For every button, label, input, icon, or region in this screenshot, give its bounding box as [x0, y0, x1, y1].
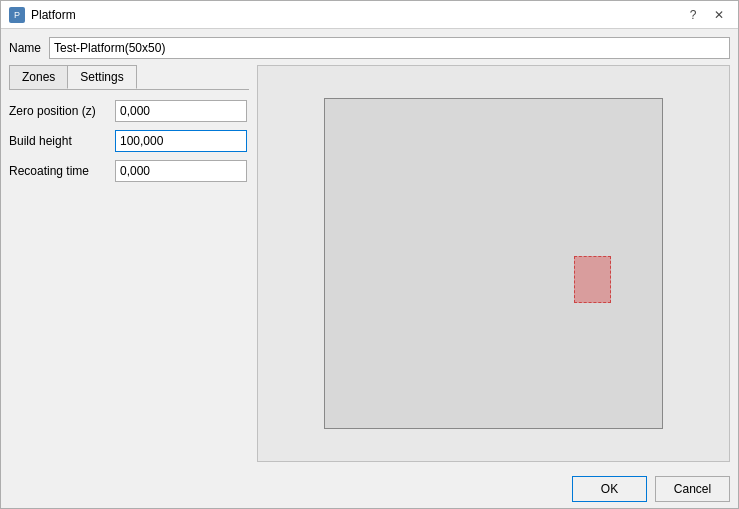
dialog-footer: OK Cancel [1, 470, 738, 508]
dialog-content: Name Zones Settings Zero p [1, 29, 738, 470]
window-title: Platform [31, 8, 76, 22]
close-button[interactable]: ✕ [708, 5, 730, 25]
title-bar: P Platform ? ✕ [1, 1, 738, 29]
name-input[interactable] [49, 37, 730, 59]
zero-position-label: Zero position (z) [9, 104, 107, 118]
canvas-area [258, 66, 729, 461]
window-icon: P [9, 7, 25, 23]
tab-zones[interactable]: Zones [9, 65, 68, 89]
left-panel: Zones Settings Zero position (z) Build h… [9, 65, 249, 462]
build-height-input[interactable] [115, 130, 247, 152]
recoating-time-label: Recoating time [9, 164, 107, 178]
recoating-time-input[interactable] [115, 160, 247, 182]
settings-fields: Zero position (z) Build height Recoating… [9, 90, 249, 192]
build-height-row: Build height [9, 130, 249, 152]
name-row: Name [9, 37, 730, 59]
build-height-label: Build height [9, 134, 107, 148]
canvas-panel [257, 65, 730, 462]
tab-settings[interactable]: Settings [67, 65, 136, 89]
name-label: Name [9, 41, 41, 55]
title-bar-left: P Platform [9, 7, 76, 23]
platform-rect [324, 98, 663, 430]
cancel-button[interactable]: Cancel [655, 476, 730, 502]
help-button[interactable]: ? [682, 5, 704, 25]
platform-dialog: P Platform ? ✕ Name Zones [0, 0, 739, 509]
tabs-bar: Zones Settings [9, 65, 249, 90]
main-area: Zones Settings Zero position (z) Build h… [9, 65, 730, 462]
ok-button[interactable]: OK [572, 476, 647, 502]
zero-position-row: Zero position (z) [9, 100, 249, 122]
small-object-rect [574, 256, 612, 303]
zero-position-input[interactable] [115, 100, 247, 122]
title-bar-controls: ? ✕ [682, 5, 730, 25]
recoating-time-row: Recoating time [9, 160, 249, 182]
